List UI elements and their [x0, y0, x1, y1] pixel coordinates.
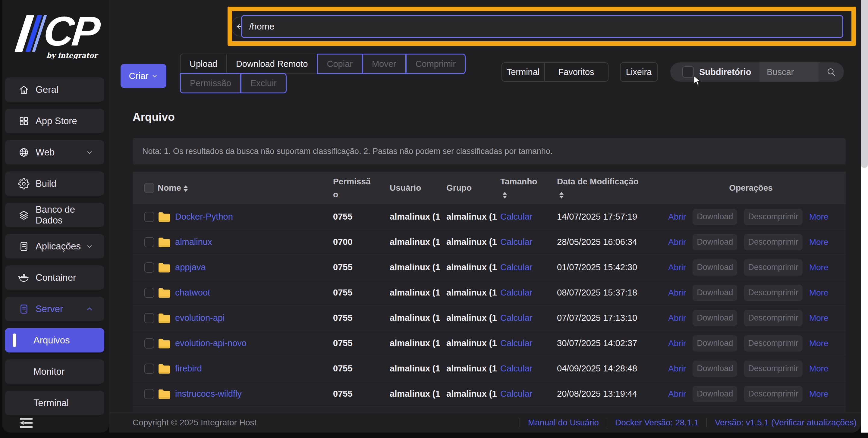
- docker-version-link[interactable]: Docker Versão: 28.1.1: [615, 418, 699, 428]
- file-name-link[interactable]: Docker-Python: [175, 212, 233, 222]
- download-button[interactable]: Download: [692, 386, 737, 402]
- sidebar-item-web[interactable]: Web: [5, 140, 104, 165]
- file-name-link[interactable]: instrucoes-wildfly: [175, 389, 242, 399]
- descomprimir-button[interactable]: Descomprimir: [744, 259, 803, 276]
- download-remoto-button[interactable]: Download Remoto: [226, 54, 318, 74]
- abrir-link[interactable]: Abrir: [668, 288, 686, 298]
- file-name-link[interactable]: chatwoot: [175, 288, 210, 298]
- file-name-link[interactable]: firebird: [175, 364, 202, 374]
- comprimir-button[interactable]: Comprimir: [406, 54, 466, 74]
- row-checkbox[interactable]: [144, 338, 154, 348]
- sidebar-item-aplicacoes[interactable]: Aplicações: [5, 234, 104, 259]
- descomprimir-button[interactable]: Descomprimir: [744, 285, 803, 301]
- download-button[interactable]: Download: [692, 310, 737, 326]
- more-link[interactable]: More: [809, 364, 829, 374]
- search-button[interactable]: [818, 62, 844, 81]
- file-name-link[interactable]: almalinux: [175, 237, 212, 247]
- sidebar-item-geral[interactable]: Geral: [5, 77, 104, 102]
- more-link[interactable]: More: [809, 389, 829, 399]
- abrir-link[interactable]: Abrir: [668, 237, 686, 247]
- download-button[interactable]: Download: [692, 335, 737, 351]
- manual-link[interactable]: Manual do Usuário: [528, 418, 599, 428]
- row-checkbox[interactable]: [144, 313, 154, 323]
- calcular-link[interactable]: Calcular: [500, 262, 532, 272]
- permissao-button[interactable]: Permissão: [180, 73, 241, 93]
- search-input[interactable]: Buscar: [760, 62, 818, 81]
- more-link[interactable]: More: [809, 263, 829, 272]
- column-header-data[interactable]: Data de Modificação: [557, 175, 668, 201]
- sidebar-item-server[interactable]: Server: [5, 297, 104, 321]
- file-name-link[interactable]: evolution-api: [175, 313, 224, 323]
- user-value: almalinux (1: [390, 364, 446, 374]
- sidebar-item-banco-de-dados[interactable]: Banco de Dados: [5, 203, 104, 227]
- subdirectory-checkbox[interactable]: [682, 66, 694, 78]
- copiar-button[interactable]: Copiar: [317, 54, 362, 74]
- abrir-link[interactable]: Abrir: [668, 364, 686, 374]
- download-button[interactable]: Download: [692, 361, 737, 377]
- descomprimir-button[interactable]: Descomprimir: [744, 386, 803, 402]
- path-input[interactable]: [241, 15, 843, 38]
- group-value: almalinux (1: [446, 212, 500, 222]
- calcular-link[interactable]: Calcular: [500, 212, 532, 222]
- row-checkbox[interactable]: [144, 212, 154, 222]
- download-button[interactable]: Download: [692, 285, 737, 301]
- abrir-link[interactable]: Abrir: [668, 212, 686, 222]
- divider: [520, 418, 520, 427]
- lixeira-button[interactable]: Lixeira: [620, 62, 658, 81]
- more-link[interactable]: More: [809, 313, 829, 323]
- sidebar-item-app-store[interactable]: App Store: [5, 109, 104, 133]
- descomprimir-button[interactable]: Descomprimir: [744, 361, 803, 377]
- abrir-link[interactable]: Abrir: [668, 263, 686, 272]
- column-header-tamanho[interactable]: Tamanho: [500, 175, 557, 201]
- descomprimir-button[interactable]: Descomprimir: [744, 209, 803, 225]
- descomprimir-button[interactable]: Descomprimir: [744, 310, 803, 326]
- abrir-link[interactable]: Abrir: [668, 313, 686, 323]
- calcular-link[interactable]: Calcular: [500, 288, 532, 297]
- descomprimir-button[interactable]: Descomprimir: [744, 234, 803, 250]
- row-checkbox[interactable]: [144, 389, 154, 399]
- calcular-link[interactable]: Calcular: [500, 313, 532, 323]
- abrir-link[interactable]: Abrir: [668, 339, 686, 348]
- select-all-checkbox[interactable]: [144, 183, 154, 193]
- scrollbar-thumb[interactable]: [861, 0, 868, 168]
- calcular-link[interactable]: Calcular: [500, 364, 532, 373]
- download-button[interactable]: Download: [692, 234, 737, 250]
- collapse-sidebar-button[interactable]: [19, 417, 33, 429]
- sidebar-item-terminal[interactable]: Terminal: [5, 391, 104, 415]
- column-header-nome[interactable]: Nome: [158, 183, 333, 193]
- row-checkbox[interactable]: [144, 237, 154, 247]
- sidebar-item-monitor[interactable]: Monitor: [5, 359, 104, 384]
- version-link[interactable]: Versão: v1.5.1 (Verificar atualizações): [715, 418, 857, 428]
- file-name-link[interactable]: evolution-api-novo: [175, 338, 247, 348]
- more-link[interactable]: More: [809, 212, 829, 222]
- logo-tagline: by integrator: [46, 51, 97, 59]
- divider: [607, 418, 607, 427]
- mover-button[interactable]: Mover: [362, 54, 406, 74]
- download-button[interactable]: Download: [692, 209, 737, 225]
- more-link[interactable]: More: [809, 237, 829, 247]
- criar-button[interactable]: Criar: [121, 64, 166, 88]
- calcular-link[interactable]: Calcular: [500, 338, 532, 348]
- sidebar-item-build[interactable]: Build: [5, 171, 104, 196]
- sidebar-item-container[interactable]: Container: [5, 265, 104, 290]
- upload-button[interactable]: Upload: [180, 54, 227, 74]
- calcular-link[interactable]: Calcular: [500, 237, 532, 247]
- descomprimir-button[interactable]: Descomprimir: [744, 335, 803, 351]
- sidebar-item-arquivos[interactable]: Arquivos: [5, 328, 104, 352]
- sidebar-item-label: Container: [36, 272, 76, 283]
- excluir-button[interactable]: Excluir: [241, 73, 287, 93]
- abrir-link[interactable]: Abrir: [668, 389, 686, 399]
- chevron-up-icon: [86, 305, 93, 313]
- calcular-link[interactable]: Calcular: [500, 389, 532, 399]
- row-checkbox[interactable]: [144, 364, 154, 374]
- more-link[interactable]: More: [809, 339, 829, 348]
- scrollbar-track[interactable]: [861, 0, 868, 433]
- row-checkbox[interactable]: [144, 262, 154, 273]
- more-link[interactable]: More: [809, 288, 829, 298]
- file-name-link[interactable]: appjava: [175, 262, 206, 272]
- table-row: appjava 0755 almalinux (1 almalinux (1 C…: [133, 255, 846, 280]
- row-checkbox[interactable]: [144, 288, 154, 298]
- terminal-button[interactable]: Terminal: [502, 63, 544, 81]
- favoritos-button[interactable]: Favoritos: [544, 63, 608, 81]
- download-button[interactable]: Download: [692, 259, 737, 276]
